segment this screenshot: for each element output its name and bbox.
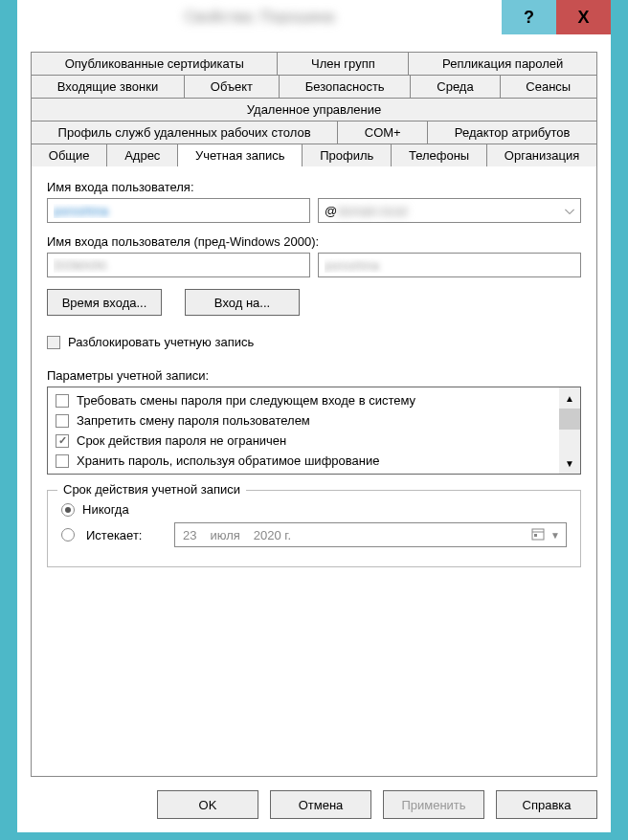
upn-label: Имя входа пользователя: [47, 180, 581, 194]
tab-rds-profile[interactable]: Профиль служб удаленных рабочих столов [31, 121, 338, 144]
svg-rect-0 [532, 529, 544, 540]
window-title: Свойства: Порошина [17, 0, 502, 34]
scroll-down-icon[interactable]: ▼ [559, 453, 580, 474]
expiry-date-radio[interactable] [61, 528, 75, 542]
tab-account[interactable]: Учетная запись [178, 144, 303, 166]
tab-complus[interactable]: COM+ [338, 121, 428, 144]
unlock-account-checkbox[interactable] [47, 336, 60, 349]
tab-sessions[interactable]: Сеансы [501, 75, 598, 98]
expiry-date-label: Истекает: [86, 528, 163, 542]
properties-dialog: Свойства: Порошина ? X Опубликованные се… [17, 0, 611, 832]
sam-label: Имя входа пользователя (пред-Windows 200… [47, 234, 581, 249]
tab-published-certs[interactable]: Опубликованные сертификаты [31, 52, 278, 75]
account-option-checkbox[interactable] [56, 394, 69, 408]
account-expiry-group: Срок действия учетной записи Никогда Ист… [47, 490, 581, 567]
tab-content-account: Имя входа пользователя: @ domain.local И… [31, 166, 597, 777]
upn-input[interactable] [47, 198, 310, 223]
account-option-label: Хранить пароль, используя обратимое шифр… [77, 453, 379, 468]
account-option-checkbox[interactable] [56, 414, 69, 428]
tab-address[interactable]: Адрес [107, 144, 178, 166]
ok-button[interactable]: OK [157, 790, 258, 819]
close-button[interactable]: X [556, 0, 611, 34]
sam-domain-input[interactable] [47, 253, 310, 277]
account-options-list: Требовать смены пароля при следующем вхо… [47, 387, 581, 475]
scroll-thumb[interactable] [559, 409, 580, 430]
account-expiry-legend: Срок действия учетной записи [57, 482, 246, 497]
account-option-label: Запретить смену пароля пользователем [77, 413, 310, 428]
tab-security[interactable]: Безопасность [280, 75, 412, 98]
tab-remote-control[interactable]: Удаленное управление [31, 98, 597, 121]
account-option: Запретить смену пароля пользователем [56, 413, 551, 428]
expiry-date-picker[interactable]: 23 июля 2020 г. ▼ [174, 522, 567, 547]
expiry-month: июля [210, 528, 239, 542]
expiry-never-label: Никогда [82, 502, 129, 517]
tab-password-replication[interactable]: Репликация паролей [409, 52, 597, 75]
dialog-buttons: OK Отмена Применить Справка [31, 777, 597, 819]
svg-rect-2 [534, 534, 537, 537]
expiry-never-radio[interactable] [61, 503, 75, 517]
tab-attribute-editor[interactable]: Редактор атрибутов [428, 121, 597, 144]
calendar-icon [531, 527, 545, 543]
apply-button[interactable]: Применить [383, 790, 484, 819]
scrollbar[interactable]: ▲ ▼ [559, 387, 580, 474]
account-option-label: Срок действия пароля не ограничен [77, 433, 286, 448]
scroll-up-icon[interactable]: ▲ [559, 387, 580, 409]
account-option: Срок действия пароля не ограничен [56, 433, 551, 448]
help-button[interactable]: ? [502, 0, 556, 34]
account-option-checkbox[interactable] [56, 434, 69, 448]
chevron-down-icon [565, 204, 574, 218]
tab-profile[interactable]: Профиль [303, 144, 392, 166]
logon-hours-button[interactable]: Время входа... [47, 289, 162, 316]
tabstrip: Опубликованные сертификаты Член групп Ре… [31, 52, 597, 166]
tab-environment[interactable]: Среда [411, 75, 500, 98]
unlock-account-label: Разблокировать учетную запись [68, 335, 254, 349]
upn-suffix-value: domain.local [337, 204, 407, 218]
upn-suffix-dropdown[interactable]: @ domain.local [318, 198, 581, 223]
account-option: Требовать смены пароля при следующем вхо… [56, 393, 551, 408]
tab-general[interactable]: Общие [31, 144, 107, 166]
titlebar: Свойства: Порошина ? X [17, 0, 611, 34]
sam-user-input[interactable] [318, 253, 581, 277]
account-option: Хранить пароль, используя обратимое шифр… [56, 453, 551, 468]
dialog-body: Опубликованные сертификаты Член групп Ре… [17, 34, 611, 832]
tab-object[interactable]: Объект [185, 75, 280, 98]
tab-organization[interactable]: Организация [487, 144, 597, 166]
help-button[interactable]: Справка [496, 790, 597, 819]
account-option-label: Требовать смены пароля при следующем вхо… [77, 393, 415, 408]
log-on-to-button[interactable]: Вход на... [185, 289, 300, 316]
expiry-day: 23 [183, 528, 196, 542]
tab-telephones[interactable]: Телефоны [392, 144, 487, 166]
cancel-button[interactable]: Отмена [270, 790, 371, 819]
tab-dialin[interactable]: Входящие звонки [31, 75, 185, 98]
chevron-down-icon: ▼ [550, 530, 560, 541]
tab-member-of[interactable]: Член групп [278, 52, 409, 75]
account-options-label: Параметры учетной записи: [47, 368, 581, 383]
account-option-checkbox[interactable] [56, 454, 69, 468]
expiry-year: 2020 г. [254, 528, 291, 542]
upn-suffix-prefix: @ [325, 204, 337, 218]
